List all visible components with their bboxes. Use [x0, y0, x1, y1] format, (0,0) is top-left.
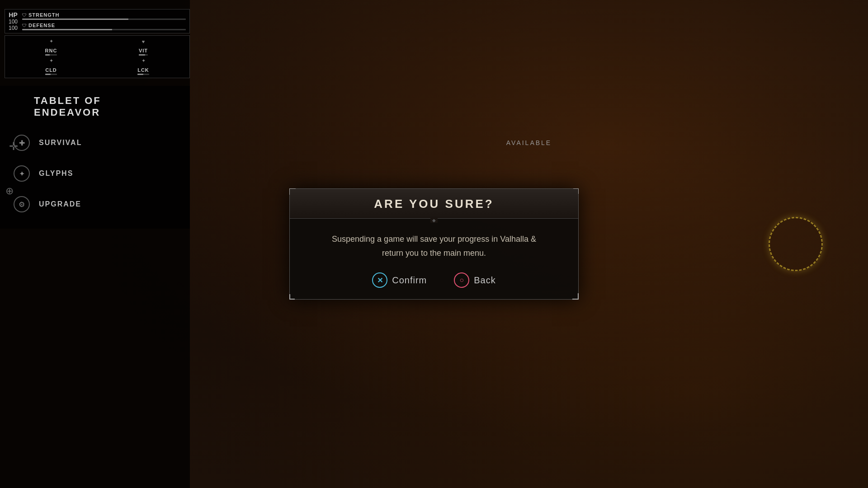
strength-icon: 🛡 [22, 13, 27, 18]
modal-body: Suspending a game will save your progres… [290, 219, 578, 299]
available-label: AVAILABLE [190, 139, 868, 146]
vit-label: VIT [139, 48, 148, 53]
sidebar-item-glyphs-label: GLYPHS [39, 169, 73, 178]
defense-label: DEFENSE [28, 23, 55, 28]
sidebar-item-survival-label: SURVIVAL [39, 139, 82, 147]
strength-bar [22, 19, 186, 20]
corner-bl [289, 294, 295, 300]
confirmation-modal: ARE YOU SURE? Suspending a game will sav… [289, 188, 579, 300]
strength-label: STRENGTH [28, 12, 60, 18]
vit-icon: ♥ [142, 39, 145, 44]
sidebar-menu: ✚ SURVIVAL ✦ GLYPHS ⚙ UPGRADE [0, 127, 190, 220]
sidebar-item-survival[interactable]: ✚ SURVIVAL [0, 127, 190, 158]
back-o-icon: ○ [454, 272, 469, 288]
strength-bar-fill [22, 19, 128, 20]
plus-icon: ⊕ [5, 185, 14, 197]
modal-message: Suspending a game will save your progres… [312, 232, 556, 260]
cld-label: CLD [45, 67, 57, 73]
modal-title-bar: ARE YOU SURE? [290, 189, 578, 219]
sidebar-item-upgrade-label: UPGRADE [39, 200, 81, 208]
lck-icon: ✦ [142, 58, 146, 64]
lck-label: LCK [137, 67, 149, 73]
hp-label: HP 100 100 [9, 11, 18, 31]
confirm-button[interactable]: ✕ Confirm [372, 272, 427, 288]
secondary-stats-box: ✦ RNC ♥ VIT ✦ [5, 35, 190, 78]
glyphs-icon: ✦ [14, 165, 30, 182]
defense-icon: 🛡 [22, 23, 27, 28]
sidebar-item-upgrade[interactable]: ⚙ UPGRADE [0, 189, 190, 220]
back-button[interactable]: ○ Back [454, 272, 495, 288]
hp-box: HP 100 100 🛡 STRENGTH 🛡 DEFENSE [5, 9, 190, 33]
cld-icon: ✦ [49, 58, 53, 64]
rnc-bar [45, 54, 50, 56]
rnc-label: RNC [45, 48, 57, 53]
sidebar-title: TABLET OF ENDEAVOR [0, 95, 190, 127]
lck-bar [137, 74, 143, 75]
circle-indicator [769, 217, 823, 271]
dpad-icon: ✛ [9, 140, 18, 153]
back-label: Back [474, 275, 495, 286]
modal-title: ARE YOU SURE? [299, 197, 569, 211]
sidebar: TABLET OF ENDEAVOR ✛ ⊕ ✚ SURVIVAL ✦ GLYP… [0, 86, 190, 229]
confirm-x-icon: ✕ [372, 272, 387, 288]
upgrade-icon: ⚙ [14, 196, 30, 212]
vit-bar [139, 54, 145, 56]
cld-bar [45, 74, 51, 75]
defense-bar [22, 29, 186, 30]
rnc-icon: ✦ [49, 38, 53, 44]
modal-buttons: ✕ Confirm ○ Back [312, 272, 556, 288]
defense-bar-fill [22, 29, 112, 30]
hud-topleft: HP 100 100 🛡 STRENGTH 🛡 DEFENSE [5, 9, 190, 78]
confirm-label: Confirm [392, 275, 427, 286]
right-hud [769, 217, 823, 271]
sidebar-item-glyphs[interactable]: ✦ GLYPHS [0, 158, 190, 189]
